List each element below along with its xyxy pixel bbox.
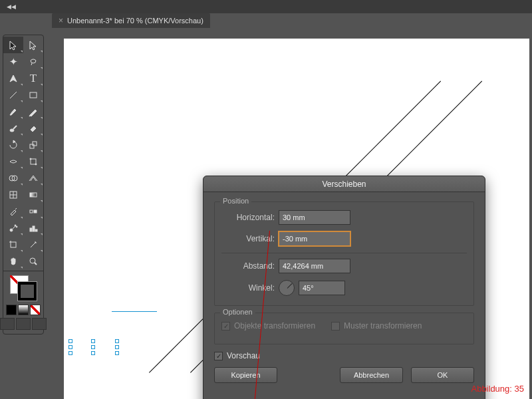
document-tab-bar: × Unbenannt-3* bei 70 % (CMYK/Vorschau) — [0, 13, 532, 28]
collapse-icon[interactable]: ◀◀ — [4, 2, 19, 11]
mesh-tool[interactable] — [3, 186, 23, 203]
svg-point-7 — [30, 158, 31, 160]
svg-rect-14 — [30, 193, 37, 197]
svg-rect-6 — [31, 159, 36, 164]
color-mode-none[interactable] — [30, 305, 41, 315]
blend-tool[interactable] — [23, 203, 43, 219]
selection-preview — [112, 311, 157, 312]
close-icon[interactable]: × — [59, 16, 63, 25]
svg-rect-1 — [30, 92, 37, 98]
width-tool[interactable] — [3, 153, 23, 170]
position-legend: Position — [220, 197, 251, 205]
eraser-tool[interactable] — [23, 120, 43, 136]
symbol-sprayer-tool[interactable] — [3, 219, 23, 236]
winkel-input[interactable] — [299, 281, 345, 295]
objekte-transformieren-label: Objekte transformieren — [234, 321, 315, 331]
vorschau-checkbox[interactable] — [214, 352, 223, 360]
abbrechen-button[interactable]: Abbrechen — [340, 367, 403, 383]
tab-title: Unbenannt-3* bei 70 % (CMYK/Vorschau) — [67, 17, 203, 25]
svg-point-19 — [16, 226, 17, 227]
perspective-grid-tool[interactable] — [23, 170, 43, 186]
fill-stroke-panel — [3, 273, 43, 332]
direct-selection-tool[interactable] — [23, 37, 43, 53]
muster-transformieren-label: Muster transformieren — [344, 321, 422, 331]
pen-tool[interactable] — [3, 70, 23, 86]
svg-rect-16 — [34, 210, 37, 213]
horizontal-input[interactable] — [279, 210, 350, 225]
gradient-tool[interactable] — [23, 186, 43, 203]
eyedropper-tool[interactable] — [3, 203, 23, 219]
free-transform-tool[interactable] — [23, 153, 43, 170]
shape-builder-tool[interactable] — [3, 170, 23, 186]
svg-rect-4 — [30, 144, 34, 148]
vorschau-label: Vorschau — [227, 351, 260, 360]
lasso-tool[interactable] — [23, 53, 43, 70]
svg-rect-15 — [30, 210, 33, 213]
rotate-tool[interactable] — [3, 136, 23, 153]
vertikal-label: Vertikal: — [221, 234, 275, 243]
draw-mode-normal[interactable] — [0, 318, 15, 330]
svg-rect-23 — [11, 242, 16, 247]
scale-tool[interactable] — [23, 136, 43, 153]
hand-tool[interactable] — [3, 253, 23, 269]
svg-line-0 — [10, 92, 17, 98]
vertikal-input[interactable] — [279, 231, 350, 246]
abstand-input[interactable] — [279, 259, 350, 273]
svg-point-2 — [10, 129, 14, 132]
objekte-transformieren-checkbox — [221, 322, 230, 331]
angle-dial[interactable] — [279, 280, 295, 296]
svg-point-17 — [10, 229, 13, 231]
svg-point-26 — [30, 258, 35, 263]
paintbrush-tool[interactable] — [3, 103, 23, 120]
line-tool[interactable] — [3, 86, 23, 103]
artboard-tool[interactable] — [3, 236, 23, 253]
draw-mode-behind[interactable] — [16, 318, 31, 330]
column-graph-tool[interactable] — [23, 219, 43, 236]
svg-rect-21 — [33, 226, 35, 231]
magic-wand-tool[interactable]: ✦ — [3, 53, 23, 70]
svg-rect-20 — [30, 228, 32, 231]
ok-button[interactable]: OK — [411, 367, 474, 383]
color-mode-gradient[interactable] — [18, 305, 29, 315]
horizontal-label: Horizontal: — [221, 213, 275, 222]
type-tool[interactable]: T — [23, 70, 43, 86]
stroke-swatch[interactable] — [18, 282, 37, 301]
figure-caption: Abbildung: 35 — [471, 384, 524, 394]
dialog-title: Verschieben — [203, 176, 485, 192]
rectangle-tool[interactable] — [23, 86, 43, 103]
svg-rect-5 — [33, 142, 37, 146]
svg-rect-22 — [35, 229, 37, 231]
move-dialog: Verschieben Position Horizontal: Vertika… — [203, 176, 485, 399]
selection-bounding-box[interactable] — [70, 341, 117, 353]
toolbox: ✦ T — [3, 35, 44, 334]
document-tab[interactable]: × Unbenannt-3* bei 70 % (CMYK/Vorschau) — [52, 13, 210, 28]
pencil-tool[interactable] — [23, 103, 43, 120]
kopieren-button[interactable]: Kopieren — [214, 367, 277, 383]
slice-tool[interactable] — [23, 236, 43, 253]
svg-point-18 — [15, 225, 16, 226]
muster-transformieren-checkbox — [331, 322, 340, 331]
svg-point-8 — [35, 164, 37, 165]
blob-brush-tool[interactable] — [3, 120, 23, 136]
options-legend: Optionen — [220, 308, 255, 316]
color-mode-solid[interactable] — [6, 305, 17, 315]
draw-mode-inside[interactable] — [32, 318, 47, 330]
selection-tool[interactable] — [3, 37, 23, 53]
svg-line-3 — [13, 126, 17, 129]
svg-line-27 — [35, 263, 37, 265]
zoom-tool[interactable] — [23, 253, 43, 269]
winkel-label: Winkel: — [221, 283, 275, 293]
panel-top-strip: ◀◀ — [0, 0, 532, 13]
app-root: ◀◀ × Unbenannt-3* bei 70 % (CMYK/Vorscha… — [0, 0, 532, 399]
position-group: Position Horizontal: Vertikal: Abstand: — [214, 201, 474, 306]
work-area: ✦ T — [0, 28, 532, 399]
options-group: Optionen Objekte transformieren Muster t… — [214, 313, 474, 344]
